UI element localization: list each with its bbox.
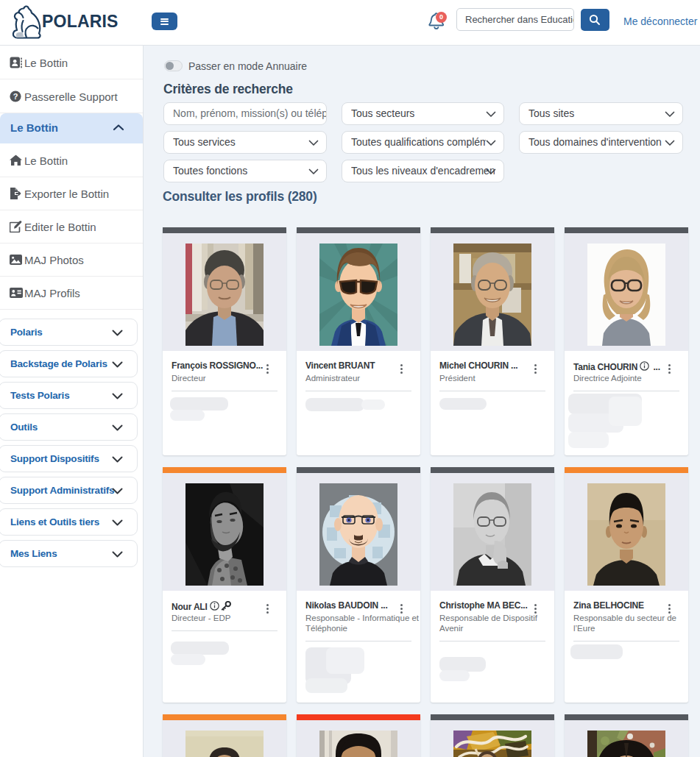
svg-text:?: ?	[13, 92, 18, 101]
